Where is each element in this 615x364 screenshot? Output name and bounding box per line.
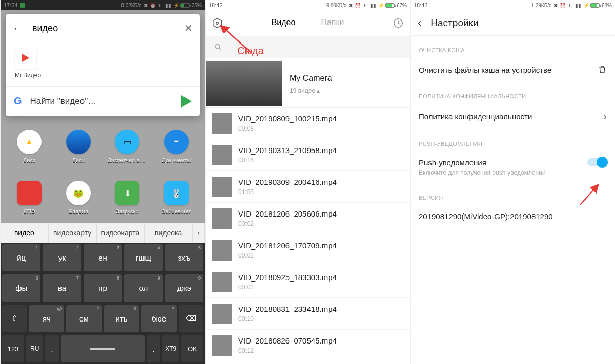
key[interactable]: 3ен xyxy=(84,244,122,271)
alarm-icon: ⏰ xyxy=(560,3,566,8)
screen-video-list: 18:42 4,80КБ/с ✖⏰ᯤ▮▮ ⚡ 67% Видео Папки С… xyxy=(205,0,410,364)
search-card: ← ✕ Mi Видео G Найти "видео"… xyxy=(6,14,200,116)
status-time: 18:42 xyxy=(209,2,223,8)
list-item[interactable]: VID_20180831_233418.mp400:10 xyxy=(206,298,410,330)
tab-folders[interactable]: Папки xyxy=(321,18,344,28)
list-item[interactable]: VID_20190309_200416.mp401:55 xyxy=(206,171,410,203)
section-header-push: PUSH-УВЕДОМЛЕНИЯ xyxy=(411,130,615,151)
video-list[interactable]: VID_20190809_100215.mp400:08 VID_2019031… xyxy=(206,108,410,361)
comma-key[interactable]: , xyxy=(45,335,59,362)
key[interactable]: 6фы xyxy=(2,274,40,302)
privacy-row[interactable]: Политика конфиденциальности › xyxy=(411,103,615,130)
page-title: Настройки xyxy=(430,17,478,29)
version-row: 2019081290(MiVideo-GP):2019081290 xyxy=(411,205,615,228)
history-icon[interactable] xyxy=(393,17,404,29)
battery-pct: 68% xyxy=(602,3,612,8)
clear-icon[interactable]: ✕ xyxy=(184,22,193,34)
mi-video-icon xyxy=(15,47,36,69)
annotation-label: Сюда xyxy=(237,45,264,57)
search-input[interactable] xyxy=(32,23,175,34)
status-time: 18:43 xyxy=(414,2,428,8)
app-dispatcher[interactable]: ▭Диспетчер ваш… xyxy=(107,130,148,163)
chevron-right-icon: › xyxy=(603,111,607,122)
trash-icon xyxy=(598,65,607,75)
list-item[interactable]: VID_20181206_205606.mp400:02 xyxy=(206,203,410,234)
app-edadil[interactable]: 🐸Едадил xyxy=(58,181,99,215)
list-item[interactable]: VID_20181206_170709.mp400:02 xyxy=(206,234,410,266)
num-key[interactable]: 123 xyxy=(2,335,24,362)
list-item[interactable]: VID_20190809_100215.mp400:08 xyxy=(206,108,410,139)
annotation-arrow-icon xyxy=(575,182,606,207)
search-row: ← ✕ xyxy=(6,14,200,42)
wifi-icon: ᯤ xyxy=(568,3,573,8)
key[interactable]: @яч xyxy=(29,305,64,332)
play-store-icon xyxy=(181,95,192,108)
thumb xyxy=(212,304,232,324)
google-icon: G xyxy=(14,95,22,107)
key[interactable]: ?бюё xyxy=(141,305,177,332)
status-speed: 4,80КБ/с xyxy=(326,3,346,8)
key[interactable]: 0джэ xyxy=(165,274,203,302)
key[interactable]: 9ол xyxy=(124,274,162,302)
alarm-icon: ⏰ xyxy=(355,3,361,8)
suggestion[interactable]: видео xyxy=(1,223,49,243)
key[interactable]: &ить xyxy=(104,305,139,332)
suggestion-more[interactable]: › xyxy=(193,223,205,243)
period-key[interactable]: . xyxy=(147,335,160,362)
key[interactable]: 5зхъ xyxy=(165,244,203,271)
app-drive[interactable]: ▲Диск xyxy=(9,130,50,163)
battery-icon: ⚡ xyxy=(583,3,600,8)
suggestion[interactable]: видеока xyxy=(145,223,193,243)
app-docs[interactable]: ≡Документы xyxy=(156,130,197,163)
xt9-key[interactable]: XT9 xyxy=(162,335,179,362)
key[interactable]: 4гшщ xyxy=(124,244,162,271)
key[interactable]: #см xyxy=(66,305,101,332)
list-item[interactable]: VID_20190313_210958.mp400:16 xyxy=(206,139,410,171)
screen-settings: 18:43 1,29КБ/с ✖⏰ᯤ▮▮ ⚡ 68% ‹ Настройки О… xyxy=(410,0,615,364)
app-zaycev[interactable]: 🐰Зайцев.нет xyxy=(156,181,197,215)
backspace-key[interactable]: ⌫ xyxy=(179,305,203,332)
folder-name: My Camera xyxy=(290,74,332,83)
back-icon[interactable]: ← xyxy=(13,23,23,34)
suggestion[interactable]: видеокарта xyxy=(97,223,145,243)
app-result[interactable]: Mi Видео xyxy=(6,42,200,86)
push-toggle[interactable] xyxy=(587,158,607,166)
ok-key[interactable]: OK xyxy=(181,335,203,362)
battery-pct: 67% xyxy=(397,3,407,8)
section-header-privacy: ПОЛИТИКА КОНФИДЕНЦИАЛЬНОСТИ xyxy=(411,82,615,103)
key[interactable]: 1йц xyxy=(2,244,40,271)
screen-search: 17:54 0,02КБ/с ✖ ⏰ ᯤ ▮▮ ⚡ 35% ▲Диск Диск… xyxy=(0,0,205,364)
key[interactable]: 2ук xyxy=(43,244,81,271)
signal-icon: ▮▮ xyxy=(575,3,581,8)
thumb xyxy=(212,113,232,134)
thumb xyxy=(212,145,232,165)
back-icon[interactable]: ‹ xyxy=(418,16,421,30)
app-drive2[interactable]: Диск xyxy=(58,130,99,163)
thumb xyxy=(212,177,232,197)
google-search-row[interactable]: G Найти "видео"… xyxy=(6,86,200,116)
lang-key[interactable]: RU xyxy=(26,335,43,362)
list-item[interactable]: VID_20180925_183303.mp400:03 xyxy=(206,266,410,298)
apps-row: ▲Диск Диск ▭Диспетчер ваш… ≡Документы xyxy=(1,125,205,167)
top-bar: ‹ Настройки xyxy=(411,10,615,36)
folder-thumb xyxy=(206,61,282,106)
app-downloads[interactable]: ⬇Загрузки xyxy=(107,181,148,215)
thumb xyxy=(212,272,232,292)
keyboard: 1йц 2ук 3ен 4гшщ 5зхъ 6фы 7ва 8пр 9ол 0д… xyxy=(1,243,205,364)
tab-video[interactable]: Видео xyxy=(272,18,296,28)
shift-key[interactable]: ⇧ xyxy=(2,305,27,332)
svg-line-5 xyxy=(580,185,598,205)
key[interactable]: 8пр xyxy=(84,274,122,302)
push-row[interactable]: Push-уведомления Включите для получения … xyxy=(411,151,615,183)
folder-row[interactable]: My Camera 19 видео ▴ xyxy=(206,60,410,108)
status-speed: 1,29КБ/с xyxy=(531,3,551,8)
signal-icon: ▮▮ xyxy=(370,3,376,8)
clear-cache-row[interactable]: Очистить файлы кэша на устройстве xyxy=(411,57,615,82)
suggestion-bar: видео видеокарту видеокарта видеока › xyxy=(1,223,205,243)
space-key[interactable] xyxy=(61,335,145,362)
key[interactable]: 7ва xyxy=(43,274,81,302)
list-item[interactable]: VID_20180826_070545.mp400:12 xyxy=(206,330,410,361)
app-dpe[interactable]: ДПЭ xyxy=(9,181,50,215)
suggestion[interactable]: видеокарту xyxy=(49,223,97,243)
thumb xyxy=(212,335,232,356)
